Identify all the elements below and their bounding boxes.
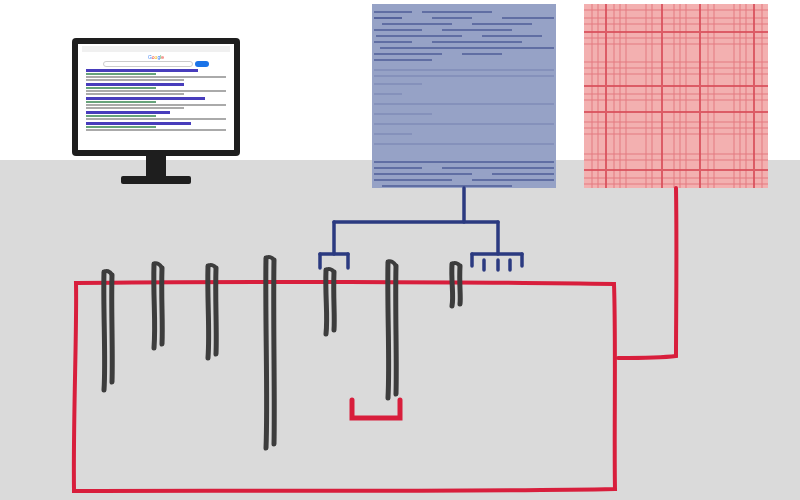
sparse-matrix-tile — [584, 4, 768, 188]
dense-matrix-tile — [372, 4, 556, 188]
monitor-stand-neck — [146, 156, 166, 176]
monitor-screen: Google — [78, 44, 234, 150]
search-logo: Google — [82, 54, 230, 60]
monitor: Google — [72, 38, 240, 198]
background-panel — [0, 160, 800, 500]
monitor-bezel: Google — [72, 38, 240, 156]
monitor-stand-base — [121, 176, 191, 184]
